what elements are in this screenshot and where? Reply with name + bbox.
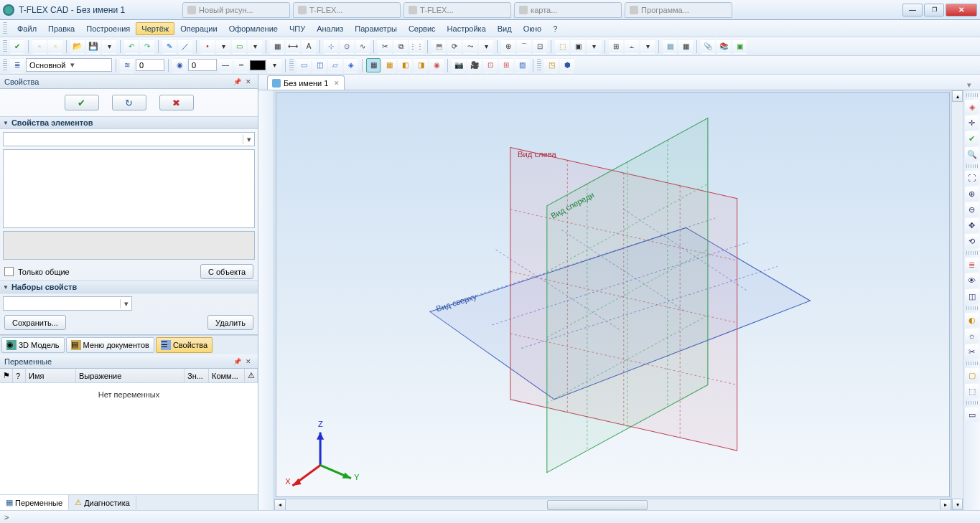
revolve-icon[interactable]: ⟳ — [447, 39, 462, 54]
hidden-icon[interactable]: ▦ — [382, 58, 396, 72]
priority-icon[interactable]: ◉ — [172, 58, 187, 72]
library-icon[interactable]: 📚 — [717, 39, 731, 54]
menu-settings[interactable]: Настройка — [442, 22, 492, 35]
save-set-button[interactable]: Сохранить... — [4, 315, 66, 330]
grip-icon[interactable] — [966, 251, 978, 255]
open-icon[interactable] — [70, 39, 85, 54]
circle-icon[interactable]: ⊙ — [340, 39, 354, 54]
section-icon[interactable]: ▨ — [515, 58, 529, 72]
menu-design[interactable]: Оформление — [223, 22, 284, 35]
grip-icon[interactable] — [289, 59, 294, 72]
attach-icon[interactable]: 📎 — [701, 39, 715, 54]
tab-variables[interactable]: ▦Переменные — [0, 495, 69, 510]
delete-set-button[interactable]: Удалить — [207, 315, 253, 330]
grip-icon[interactable] — [966, 164, 978, 168]
close-button[interactable] — [946, 4, 977, 17]
view-iso-icon[interactable]: ◈ — [344, 58, 358, 72]
grip-icon[interactable] — [537, 59, 541, 72]
scroll-up-icon[interactable]: ▴ — [952, 90, 963, 102]
tab-overflow-icon[interactable]: ▾ — [963, 80, 976, 90]
box-prim-icon[interactable]: ▢ — [965, 368, 979, 382]
menu-file[interactable]: Файл — [11, 22, 42, 35]
horizontal-scrollbar[interactable]: ◂ ▸ — [274, 499, 951, 510]
array-icon[interactable]: ⋮⋮ — [409, 39, 424, 54]
save-icon[interactable] — [86, 39, 101, 54]
bg-tab[interactable]: Программа... — [625, 2, 732, 18]
vertical-scrollbar[interactable]: ▴ ▾ — [951, 90, 963, 510]
properties-listbox[interactable] — [3, 149, 255, 228]
section-sets-header[interactable]: ▼ Наборы свойств — [0, 281, 258, 293]
maximize-button[interactable] — [924, 4, 944, 17]
menu-parameters[interactable]: Параметры — [349, 22, 403, 35]
text-icon[interactable]: A — [302, 39, 316, 54]
linetype-icon[interactable]: ┅ — [234, 58, 248, 72]
save-dropdown-icon[interactable]: ▾ — [102, 39, 116, 54]
col-name[interactable]: Имя — [26, 369, 76, 382]
extrude-icon[interactable]: ⬒ — [431, 39, 446, 54]
minimize-button[interactable] — [902, 4, 923, 17]
axis-icon[interactable]: ⊹ — [324, 39, 338, 54]
only-common-checkbox[interactable] — [4, 267, 14, 276]
part-icon[interactable]: ▣ — [571, 39, 585, 54]
menu-service[interactable]: Сервис — [403, 22, 442, 35]
thickness-icon[interactable]: — — [218, 58, 233, 72]
collapse-icon[interactable]: ▼ — [3, 284, 9, 291]
light-icon[interactable]: ☼ — [965, 329, 979, 343]
grip-icon[interactable] — [966, 306, 978, 310]
dropdown-icon[interactable]: ▾ — [479, 39, 493, 54]
table-icon[interactable]: ▦ — [678, 39, 693, 54]
check-icon[interactable]: ✔ — [965, 131, 979, 146]
pin-icon[interactable]: 📌 — [232, 357, 242, 367]
3d-viewport[interactable]: Вид сверху Вид слева — [276, 92, 950, 497]
spline-icon[interactable]: ∿ — [355, 39, 370, 54]
box-icon[interactable]: ◳ — [544, 58, 559, 72]
menu-analysis[interactable]: Анализ — [311, 22, 349, 35]
undo-icon[interactable] — [124, 39, 139, 54]
section-elements-header[interactable]: ▼ Свойства элементов — [0, 116, 258, 129]
grip-icon[interactable] — [966, 401, 978, 405]
col-expr[interactable]: Выражение — [76, 369, 185, 382]
grip-icon[interactable] — [966, 362, 978, 365]
cyl-icon[interactable]: ⬢ — [560, 58, 574, 72]
menu-window[interactable]: Окно — [518, 22, 548, 35]
scroll-thumb[interactable] — [547, 500, 648, 510]
cube-icon[interactable]: ◈ — [965, 100, 979, 114]
grip-icon[interactable] — [3, 59, 7, 72]
dim-icon[interactable]: ⟷ — [286, 39, 300, 54]
camera3-icon[interactable]: ⊡ — [483, 58, 498, 72]
show-icon[interactable]: ▣ — [732, 39, 747, 54]
align-icon[interactable]: ⫠ — [625, 39, 639, 54]
clip-icon[interactable]: ✂ — [965, 344, 979, 359]
hatch-icon[interactable]: ▦ — [270, 39, 284, 54]
fillet-icon[interactable]: ⌒ — [517, 39, 531, 54]
grid-icon[interactable]: ⊞ — [609, 39, 623, 54]
menu-operations[interactable]: Операции — [174, 22, 223, 35]
menu-edit[interactable]: Правка — [42, 22, 80, 35]
level-icon[interactable]: ≋ — [120, 58, 134, 72]
dropdown-icon[interactable]: ▾ — [640, 39, 655, 54]
tab-diagnostics[interactable]: ⚠Диагностика — [69, 495, 136, 510]
cancel-button[interactable]: ✖ — [159, 95, 194, 110]
confirm-icon[interactable]: ✔ — [10, 39, 24, 54]
window-icon[interactable]: ▭ — [965, 407, 979, 422]
refresh-button[interactable]: ↻ — [112, 95, 146, 110]
section-view-icon[interactable]: ◫ — [965, 289, 979, 303]
menu-cnc[interactable]: ЧПУ — [284, 22, 311, 35]
level-input[interactable] — [136, 59, 164, 71]
trim-icon[interactable]: ✂ — [378, 39, 392, 54]
camera-icon[interactable]: 📷 — [452, 58, 466, 72]
sketch-icon[interactable]: ✎ — [162, 39, 177, 54]
dropdown-icon[interactable]: ▾ — [216, 39, 230, 54]
new-icon[interactable] — [32, 39, 47, 54]
pin-icon[interactable]: 📌 — [232, 77, 242, 87]
document-tab[interactable]: Без имени 1 ✕ — [267, 75, 345, 90]
line-icon[interactable]: ／ — [178, 39, 192, 54]
col-warn[interactable]: ⚠ — [245, 369, 258, 382]
axes-icon[interactable]: ✛ — [965, 116, 979, 130]
close-icon[interactable]: ✕ — [243, 357, 253, 367]
wireframe-icon[interactable]: ▦ — [366, 58, 381, 72]
col-value[interactable]: Зн... — [185, 369, 209, 382]
close-icon[interactable]: ✕ — [243, 77, 253, 87]
assembly-icon[interactable]: ⬚ — [555, 39, 569, 54]
bool-icon[interactable]: ⊕ — [501, 39, 515, 54]
